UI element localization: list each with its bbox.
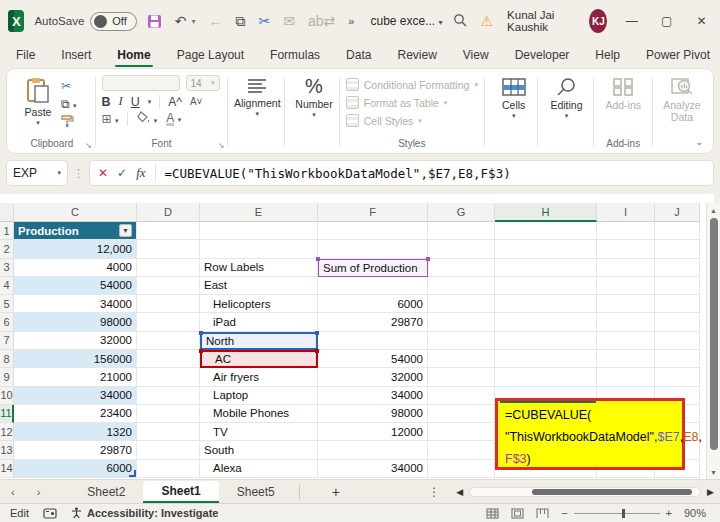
cell-e9[interactable]: Air fryers [200,368,318,386]
row-header-2[interactable]: 2 [0,240,14,258]
column-header-j[interactable]: J [655,203,700,222]
font-color-button[interactable]: A ▾ [166,111,181,126]
insert-function-button[interactable]: fx [136,165,145,181]
save-icon[interactable] [147,14,162,29]
add-sheet-button[interactable]: + [306,484,366,500]
row-header-7[interactable]: 7 [0,332,14,350]
cell-d9[interactable] [137,368,200,386]
cell-g6[interactable] [428,313,495,331]
row-header-12[interactable]: 12 [0,423,14,441]
name-box[interactable]: EXP ▾ [6,160,68,186]
italic-button[interactable]: I [119,94,123,109]
document-title[interactable]: cube exce... ▾ [370,14,442,28]
cell-h3[interactable] [495,259,597,277]
cell-d4[interactable] [137,277,200,295]
page-break-view-icon[interactable] [536,508,549,519]
cell-i7[interactable] [597,332,655,350]
undo-button[interactable]: ↶ [175,14,187,28]
cell-h1[interactable] [495,222,597,240]
zoom-level[interactable]: 90% [684,507,710,519]
select-all-corner[interactable] [0,203,14,222]
cut-icon[interactable]: ✂ [259,14,271,28]
cell-d1[interactable] [137,222,200,240]
cell-f13[interactable] [318,441,428,459]
cell-h8[interactable] [495,350,597,368]
maximize-button[interactable]: ▢ [656,14,677,28]
menu-tab-review[interactable]: Review [395,45,438,65]
cell-j2[interactable] [655,240,700,258]
cell-j6[interactable] [655,313,700,331]
zoom-out-button[interactable]: − [561,507,567,519]
cell-j4[interactable] [655,277,700,295]
decrease-font-button[interactable]: A˅ [190,96,203,107]
formula-input[interactable]: =CUBEVALUE("ThisWorkbookDataModel",$E7,E… [165,166,511,181]
cell-f11[interactable]: 98000 [318,405,428,423]
cell-c6[interactable]: 98000 [14,313,137,331]
row-header-11[interactable]: 11 [0,405,14,423]
cell-g13[interactable] [428,441,495,459]
undo-dropdown-icon[interactable]: ▾ [192,17,196,26]
cell-c7[interactable]: 32000 [14,332,137,350]
back-arrow-icon[interactable]: ← [209,14,223,28]
menu-tab-page-layout[interactable]: Page Layout [175,45,246,65]
font-size-select[interactable]: 14▾ [186,75,220,91]
cell-c11[interactable]: 23400 [14,405,137,423]
cell-e3[interactable]: Row Labels [200,259,318,277]
vertical-scrollbar[interactable]: ▲ ▼ [706,203,720,479]
vertical-scroll-thumb[interactable] [710,218,718,450]
row-header-10[interactable]: 10 [0,387,14,405]
cell-c8[interactable]: 156000 [14,350,137,368]
format-as-table-button[interactable]: Format as Table ▾ [346,96,478,109]
cell-h4[interactable] [495,277,597,295]
cell-f8[interactable]: 54000 [318,350,428,368]
number-button[interactable]: % Number ▾ [291,75,337,119]
cell-c12[interactable]: 1320 [14,423,137,441]
underline-button[interactable]: U [131,95,140,109]
cell-g10[interactable] [428,387,495,405]
accessibility-status[interactable]: Accessibility: Investigate [71,507,218,519]
cell-f7[interactable] [318,332,428,350]
confirm-entry-button[interactable]: ✓ [117,166,127,180]
cell-c2[interactable]: 12,000 [14,240,137,258]
minimize-button[interactable]: — [621,14,642,28]
cell-e14[interactable]: Alexa [200,460,318,478]
paste-button[interactable]: Paste ▾ [15,75,61,130]
cell-d2[interactable] [137,240,200,258]
scroll-up-icon[interactable]: ▲ [710,203,717,216]
cut-button[interactable]: ✂ [61,79,76,93]
cell-j5[interactable] [655,295,700,313]
ab-repeat-icon[interactable]: ab⇄ [308,14,335,28]
cell-j8[interactable] [655,350,700,368]
column-header-f[interactable]: F [318,203,428,222]
copy-button[interactable]: ⧉ ▾ [61,97,76,111]
column-header-g[interactable]: G [428,203,495,222]
column-header-d[interactable]: D [137,203,200,222]
next-sheet-icon[interactable]: › [26,486,52,498]
row-header-14[interactable]: 14 [0,460,14,478]
cell-styles-button[interactable]: Cell Styles ▾ [346,114,478,127]
cell-h2[interactable] [495,240,597,258]
cell-e2[interactable] [200,240,318,258]
cell-d13[interactable] [137,441,200,459]
cell-i5[interactable] [597,295,655,313]
fill-color-button[interactable]: ▾ [137,111,157,126]
cell-i9[interactable] [597,368,655,386]
cell-e5[interactable]: Helicopters [200,295,318,313]
cell-j7[interactable] [655,332,700,350]
cell-c5[interactable]: 34000 [14,295,137,313]
cell-d8[interactable] [137,350,200,368]
scroll-down-icon[interactable]: ▼ [710,465,717,479]
normal-view-icon[interactable] [486,508,499,519]
cell-d14[interactable] [137,460,200,478]
editing-button[interactable]: Editing ▾ [543,75,589,120]
cell-e4[interactable]: East [200,277,318,295]
cell-i3[interactable] [597,259,655,277]
search-icon[interactable] [453,13,467,30]
autosave-control[interactable]: AutoSave Off [34,12,136,31]
cell-f10[interactable]: 34000 [318,387,428,405]
scroll-right-icon[interactable]: ▶ [701,487,720,497]
sheet-tab-sheet5[interactable]: Sheet5 [219,482,293,502]
column-header-h[interactable]: H [495,203,597,222]
cell-h6[interactable] [495,313,597,331]
page-layout-view-icon[interactable] [511,508,524,519]
